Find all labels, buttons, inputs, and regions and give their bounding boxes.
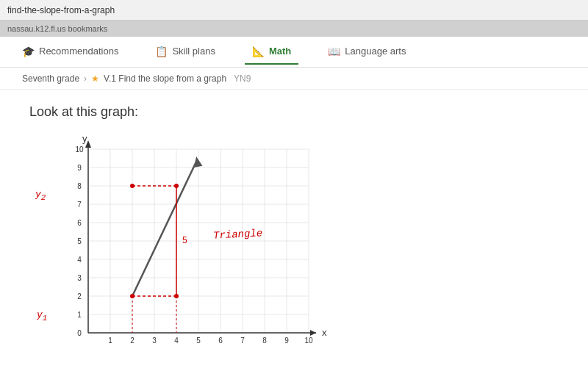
nav-skill-plans[interactable]: 📋 Skill plans: [148, 40, 223, 65]
svg-text:8: 8: [262, 337, 267, 345]
point-top-right: [174, 184, 179, 188]
svg-text:9: 9: [284, 337, 289, 345]
svg-text:1: 1: [77, 311, 82, 319]
delta-y-label: 5: [182, 235, 187, 245]
point-top-left: [130, 184, 135, 188]
svg-text:9: 9: [77, 164, 82, 172]
coordinate-graph: x y 0 1 2 3 4 5 6 7 8 9 10 1 2 3 4 5: [66, 134, 338, 362]
nav-language-arts[interactable]: 📖 Language arts: [320, 40, 413, 65]
svg-text:10: 10: [75, 145, 84, 154]
svg-text:5: 5: [196, 337, 201, 345]
graph-area: y2 y1 Triangle: [29, 134, 559, 362]
nav-bar: 🎓 Recommendations 📋 Skill plans 📐 Math 📖…: [0, 37, 588, 68]
x-axis-label: x: [322, 327, 327, 338]
svg-text:7: 7: [240, 337, 245, 345]
breadcrumb-star: ★: [91, 73, 99, 84]
nav-math[interactable]: 📐 Math: [245, 40, 298, 65]
nav-math-label: Math: [269, 46, 291, 57]
svg-text:3: 3: [152, 337, 157, 345]
svg-text:2: 2: [130, 337, 135, 345]
tab-bar: nassau.k12.fl.us bookmarks: [0, 21, 588, 37]
main-line: [132, 160, 197, 296]
language-arts-icon: 📖: [328, 46, 340, 57]
svg-text:6: 6: [218, 337, 223, 345]
x-axis-arrow: [310, 330, 316, 336]
address-bar: nassau.k12.fl.us bookmarks: [7, 24, 107, 33]
y2-annotation: y2: [35, 189, 46, 202]
svg-text:4: 4: [174, 337, 179, 345]
breadcrumb: Seventh grade › ★ V.1 Find the slope fro…: [0, 68, 588, 90]
svg-text:10: 10: [304, 337, 313, 345]
breadcrumb-level2: V.1 Find the slope from a graph: [104, 73, 226, 84]
svg-text:0: 0: [77, 329, 82, 337]
svg-text:8: 8: [77, 182, 82, 190]
y-axis-label: y: [82, 134, 87, 144]
svg-text:4: 4: [77, 256, 82, 264]
tab-title: find-the-slope-from-a-graph: [7, 5, 115, 15]
main-content: Look at this graph: y2 y1 Triangle: [0, 90, 588, 385]
graph-wrapper: y2 y1 Triangle: [66, 134, 338, 362]
breadcrumb-separator: ›: [84, 73, 87, 84]
breadcrumb-level1[interactable]: Seventh grade: [22, 73, 79, 84]
nav-skill-plans-label: Skill plans: [172, 46, 215, 57]
recommendations-icon: 🎓: [22, 46, 35, 57]
breadcrumb-code: YN9: [234, 73, 251, 84]
skill-plans-icon: 📋: [155, 46, 168, 57]
svg-text:6: 6: [77, 219, 82, 227]
svg-text:2: 2: [77, 292, 82, 301]
nav-language-arts-label: Language arts: [345, 46, 406, 57]
nav-recommendations[interactable]: 🎓 Recommendations: [15, 40, 126, 65]
svg-text:5: 5: [77, 237, 82, 245]
browser-bar: find-the-slope-from-a-graph: [0, 0, 588, 21]
y1-annotation: y1: [37, 309, 47, 323]
math-icon: 📐: [252, 46, 265, 57]
svg-text:7: 7: [77, 201, 82, 209]
question-title: Look at this graph:: [29, 104, 559, 120]
nav-recommendations-label: Recommendations: [39, 46, 118, 57]
svg-text:1: 1: [108, 337, 112, 345]
svg-text:3: 3: [77, 274, 82, 282]
